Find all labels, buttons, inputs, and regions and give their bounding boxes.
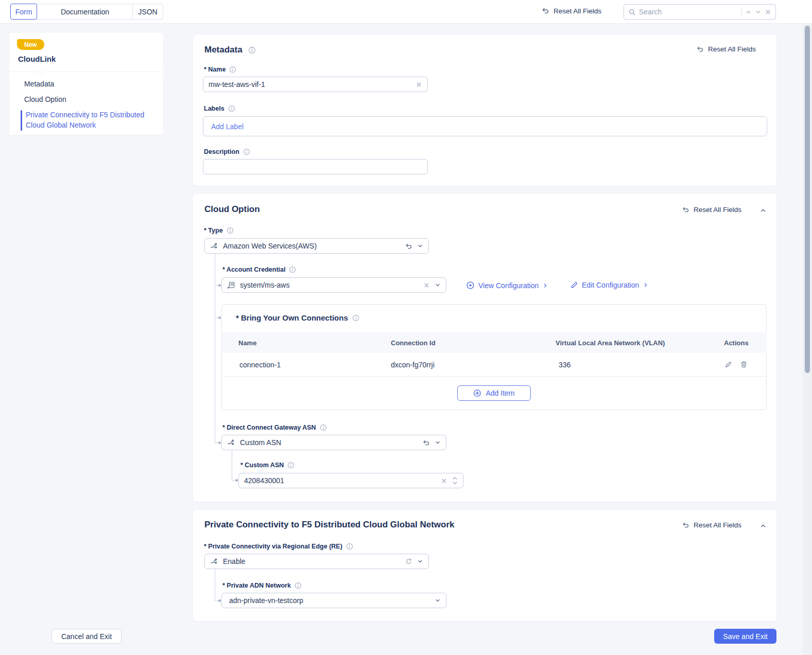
delete-row-trash-icon[interactable] <box>740 361 748 368</box>
new-badge: New <box>17 39 44 50</box>
chevron-down-icon[interactable] <box>417 558 423 564</box>
tab-documentation-label: Documentation <box>61 8 109 16</box>
collapse-chevron-up-icon[interactable] <box>759 207 767 214</box>
edit-row-pencil-icon[interactable] <box>724 361 732 368</box>
info-icon[interactable] <box>295 582 302 589</box>
info-icon[interactable] <box>243 148 250 155</box>
private-connectivity-reset-all-fields[interactable]: Reset All Fields <box>682 521 741 529</box>
tree-connector <box>232 450 232 480</box>
clear-icon[interactable] <box>441 477 447 484</box>
dcgw-asn-label-text: * Direct Connect Gateway ASN <box>222 424 316 431</box>
cloud-option-reset-all-fields[interactable]: Reset All Fields <box>682 206 741 214</box>
type-select[interactable]: Amazon Web Services(AWS) <box>204 238 429 254</box>
save-and-exit-label: Save and Exit <box>723 632 767 641</box>
form-nav-sidebar: New CloudLink Metadata Cloud Option Priv… <box>9 33 163 135</box>
custom-asn-label: * Custom ASN <box>240 462 295 469</box>
sidebar-item-private-connectivity-label: Private Connectivity to F5 Distributed C… <box>26 111 144 129</box>
search-prev-chevron-up-icon[interactable] <box>745 9 752 15</box>
cell-name: connection-1 <box>239 361 281 369</box>
sidebar-divider <box>9 72 163 72</box>
metadata-reset-all-fields[interactable]: Reset All Fields <box>696 45 756 53</box>
add-item-button[interactable]: Add Item <box>457 385 531 401</box>
labels-field-label: Labels <box>204 105 235 112</box>
chevron-down-icon[interactable] <box>417 243 423 249</box>
chevron-down-icon[interactable] <box>435 282 441 288</box>
adn-network-select[interactable]: adn-private-vn-testcorp <box>221 593 446 608</box>
info-icon[interactable] <box>320 424 327 431</box>
tab-documentation[interactable]: Documentation <box>37 4 133 20</box>
credential-reference-icon <box>227 281 235 289</box>
dcgw-asn-select[interactable]: Custom ASN <box>221 435 446 450</box>
regional-edge-select[interactable]: Enable <box>204 554 429 569</box>
sidebar-item-metadata[interactable]: Metadata <box>24 80 54 88</box>
tab-form-label: Form <box>15 8 32 16</box>
info-icon[interactable] <box>346 543 353 550</box>
number-stepper[interactable] <box>452 476 458 485</box>
field-reset-undo-icon[interactable] <box>422 439 430 447</box>
edit-configuration-link[interactable]: Edit Configuration <box>570 281 649 289</box>
info-icon[interactable] <box>289 266 296 273</box>
dcgw-asn-label: * Direct Connect Gateway ASN <box>222 424 327 431</box>
byoc-title-text: * Bring Your Own Connections <box>236 313 348 322</box>
column-header-actions: Actions <box>724 339 749 347</box>
info-icon[interactable] <box>352 314 359 322</box>
name-input-wrap <box>203 77 428 92</box>
private-connectivity-reset-label: Reset All Fields <box>694 521 741 529</box>
tree-connector-dot <box>235 479 238 482</box>
view-configuration-link[interactable]: View Configuration <box>466 281 548 290</box>
name-input[interactable] <box>209 80 411 88</box>
type-label-text: * Type <box>204 227 223 234</box>
info-icon[interactable] <box>228 105 235 112</box>
top-bar: Form Documentation JSON Reset All Fields <box>0 0 812 24</box>
tree-connector-dot <box>218 284 221 287</box>
description-field-label: Description <box>204 148 250 155</box>
tab-form[interactable]: Form <box>10 4 37 20</box>
field-reset-undo-icon[interactable] <box>405 242 412 250</box>
custom-asn-input[interactable] <box>244 476 436 485</box>
edit-configuration-label: Edit Configuration <box>582 281 639 289</box>
search-box <box>624 4 776 20</box>
adn-network-value: adn-private-vn-testcorp <box>229 596 430 605</box>
search-close-icon[interactable] <box>765 9 771 15</box>
search-next-chevron-down-icon[interactable] <box>755 9 762 15</box>
chevron-down-icon[interactable] <box>435 597 441 604</box>
name-field-label: * Name <box>204 66 236 73</box>
scrollbar-thumb[interactable] <box>805 26 810 373</box>
tree-connector <box>215 569 215 600</box>
search-divider <box>741 8 742 16</box>
adn-network-label: * Private ADN Network <box>222 582 302 589</box>
sidebar-divider-notch <box>37 68 44 75</box>
info-icon[interactable] <box>227 227 234 234</box>
save-and-exit-button[interactable]: Save and Exit <box>714 629 776 644</box>
reset-all-fields-top[interactable]: Reset All Fields <box>541 7 601 15</box>
info-icon[interactable] <box>248 46 256 54</box>
reset-all-fields-top-label: Reset All Fields <box>554 7 601 15</box>
info-icon[interactable] <box>287 462 295 469</box>
clear-icon[interactable] <box>423 282 430 289</box>
account-credential-select[interactable]: system/ms-aws <box>221 277 446 293</box>
info-icon[interactable] <box>229 66 236 73</box>
search-input[interactable] <box>639 8 738 16</box>
sidebar-item-cloud-option[interactable]: Cloud Option <box>24 95 66 103</box>
chevron-down-icon[interactable] <box>435 439 441 446</box>
sidebar-title: CloudLink <box>18 55 56 63</box>
sidebar-item-private-connectivity[interactable]: Private Connectivity to F5 Distributed C… <box>26 110 156 130</box>
collapse-chevron-up-icon[interactable] <box>759 522 767 529</box>
account-credential-label: * Account Credential <box>222 266 296 273</box>
field-refresh-icon[interactable] <box>405 558 412 565</box>
metadata-section: Metadata Reset All Fields * Name Labels <box>193 35 776 186</box>
account-credential-value: system/ms-aws <box>240 281 419 289</box>
add-label-button[interactable]: Add Label <box>211 122 244 131</box>
labels-input-area[interactable]: Add Label <box>203 116 767 136</box>
column-header-name: Name <box>238 339 256 347</box>
tab-json[interactable]: JSON <box>132 4 163 20</box>
tab-json-label: JSON <box>138 8 157 16</box>
description-input[interactable] <box>209 163 422 171</box>
sidebar-item-cloud-option-label: Cloud Option <box>24 95 66 103</box>
regional-edge-label: * Private Connectivity via Regional Edge… <box>204 543 353 550</box>
cancel-and-exit-button[interactable]: Cancel and Exit <box>51 629 122 644</box>
private-connectivity-title: Private Connectivity to F5 Distributed C… <box>204 520 455 530</box>
metadata-section-title: Metadata <box>204 45 243 55</box>
tree-connector-dot <box>218 599 221 602</box>
clear-icon[interactable] <box>416 81 422 88</box>
